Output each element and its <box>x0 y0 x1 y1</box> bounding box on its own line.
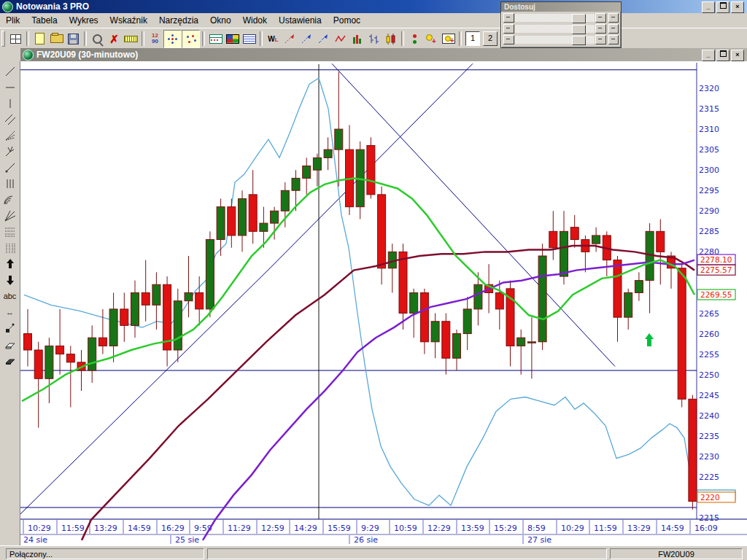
svg-text:2260: 2260 <box>699 330 719 339</box>
menu-widok[interactable]: Widok <box>237 14 273 27</box>
bar-chart-button[interactable] <box>349 31 365 47</box>
svg-text:11:59: 11:59 <box>61 524 85 533</box>
slider3-left-button[interactable] <box>503 35 514 44</box>
fibonacci-retracement-tool[interactable] <box>1 224 19 240</box>
eraser-filled-tool[interactable] <box>1 352 19 368</box>
colored-table-button[interactable] <box>224 31 241 47</box>
menu-wskaznik[interactable]: Wskaźnik <box>104 14 153 27</box>
app-logo-icon <box>2 1 13 12</box>
view-1-button[interactable]: 1 <box>465 31 480 46</box>
gann-fan-tool[interactable] <box>1 208 19 224</box>
zigzag-button[interactable] <box>332 31 349 47</box>
svg-text:2285: 2285 <box>699 227 719 236</box>
fibonacci-arcs-tool[interactable] <box>1 192 19 208</box>
menu-narzedzia[interactable]: Narzędzia <box>153 14 204 27</box>
zoom-button[interactable] <box>89 31 106 47</box>
list-table-button[interactable] <box>241 31 258 47</box>
view-2-button[interactable]: 2 <box>483 31 498 46</box>
menu-plik[interactable]: Plik <box>0 14 26 27</box>
price-chart[interactable]: 10:2911:5913:2914:5916:299:5911:2912:591… <box>0 0 747 560</box>
blue-arrow-button[interactable] <box>298 31 315 47</box>
wl-indicator-button[interactable]: WL <box>265 31 282 47</box>
slider3-extra-button[interactable] <box>608 35 619 44</box>
toolbar-separator <box>26 31 29 46</box>
slider1-left-button[interactable] <box>503 13 514 23</box>
slider3-thumb[interactable] <box>572 36 586 45</box>
new-file-button[interactable] <box>31 31 48 47</box>
pitchfork-tool[interactable] <box>1 144 19 160</box>
red-green-dots-button[interactable] <box>406 31 423 47</box>
slider2-left-button[interactable] <box>503 24 514 34</box>
svg-text:2240: 2240 <box>699 411 719 421</box>
drawing-toolstrip: abc ↔ <box>0 61 20 545</box>
chart-close-button[interactable]: × <box>731 50 744 61</box>
slider1-right-button[interactable] <box>595 13 606 23</box>
slider3-right-button[interactable] <box>595 35 606 44</box>
arrow-down-tool[interactable] <box>1 272 19 288</box>
candlestick-icon <box>384 33 397 45</box>
menu-wykres[interactable]: Wykres <box>63 14 104 27</box>
ohlc-bars-button[interactable] <box>365 31 382 47</box>
svg-text:11:29: 11:29 <box>228 524 251 533</box>
slider-row-1 <box>503 13 619 23</box>
minimize-button[interactable]: _ <box>702 1 715 13</box>
quote-table-button[interactable] <box>207 31 224 47</box>
delete-button[interactable]: ✗ <box>106 31 123 47</box>
menu-okno[interactable]: Okno <box>204 14 237 27</box>
horizontal-line-tool[interactable] <box>1 79 19 96</box>
slider2-track[interactable] <box>515 25 595 33</box>
slider1-track[interactable] <box>515 14 595 22</box>
ray-tool[interactable] <box>1 160 19 176</box>
svg-text:12:59: 12:59 <box>261 524 285 533</box>
menu-bar: Plik Tabela Wykres Wskaźnik Narzędzia Ok… <box>0 13 747 28</box>
arrow-up-tool[interactable] <box>1 256 19 272</box>
slider1-extra-button[interactable] <box>608 13 619 23</box>
text-tool[interactable]: abc <box>1 288 19 304</box>
restore-button[interactable] <box>716 1 729 13</box>
svg-text:2265: 2265 <box>699 309 719 319</box>
window-grid-button[interactable] <box>7 31 24 47</box>
svg-text:10:59: 10:59 <box>394 524 417 533</box>
colored-table-icon <box>226 34 239 44</box>
toolbar-grip[interactable] <box>1 31 5 47</box>
red-arrow-button[interactable] <box>282 31 298 47</box>
blue-arrow2-button[interactable] <box>315 31 332 47</box>
vertical-line-tool[interactable] <box>1 96 19 112</box>
ruler-button[interactable] <box>123 31 139 47</box>
close-button[interactable]: × <box>731 1 744 13</box>
menu-pomoc[interactable]: Pomoc <box>328 14 366 27</box>
dot-plus-button[interactable]: + <box>423 31 440 47</box>
menu-ustawienia[interactable]: Ustawienia <box>273 14 328 27</box>
svg-text:2295: 2295 <box>699 186 719 195</box>
chart-window-titlebar[interactable]: FW20U09 (30-minutowo) _ × <box>20 48 747 61</box>
eraser-tool[interactable] <box>1 336 19 352</box>
svg-text:13:29: 13:29 <box>94 524 117 533</box>
scatter-dots-toggle[interactable] <box>182 30 200 48</box>
crosshair-dots-toggle[interactable] <box>163 30 182 48</box>
slider1-thumb[interactable] <box>572 14 586 23</box>
vertical-zones-icon <box>4 241 17 254</box>
slider2-extra-button[interactable] <box>608 24 619 34</box>
fan-lines-tool[interactable] <box>1 128 19 144</box>
chart-minimize-button[interactable]: _ <box>702 50 715 61</box>
fibonacci-time-zones-tool[interactable] <box>1 176 19 192</box>
horizontal-expand-tool[interactable]: ↔ <box>1 304 19 320</box>
chart-restore-button[interactable] <box>716 50 729 61</box>
interval-button[interactable]: 1290 <box>147 31 163 47</box>
menu-tabela[interactable]: Tabela <box>26 14 63 27</box>
eraser-icon <box>4 338 17 351</box>
parallel-lines-tool[interactable] <box>1 112 19 128</box>
slider3-track[interactable] <box>515 36 595 44</box>
vertical-zones-tool[interactable] <box>1 240 19 256</box>
zigzag-icon <box>334 33 347 45</box>
window-plus-button[interactable]: + <box>440 31 457 47</box>
save-button[interactable] <box>65 31 82 47</box>
slider2-thumb[interactable] <box>572 25 586 34</box>
open-file-button[interactable] <box>48 31 65 47</box>
connection-status: Połączony... <box>6 548 204 559</box>
trend-line-tool[interactable] <box>1 63 19 79</box>
dostosuj-title[interactable]: Dostosuj <box>501 2 621 12</box>
candlestick-button[interactable] <box>382 31 399 47</box>
pointer-marker-tool[interactable] <box>1 320 19 336</box>
slider2-right-button[interactable] <box>595 24 606 34</box>
